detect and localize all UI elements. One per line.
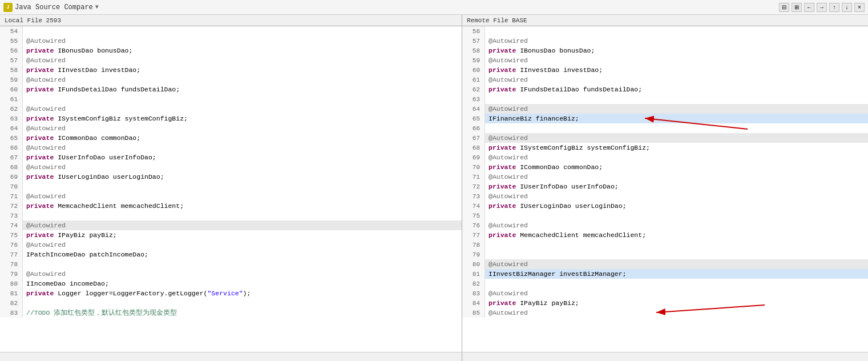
line-num: 73	[0, 211, 23, 220]
line-content: @Autowired	[485, 308, 868, 318]
right-panel[interactable]: 56 57 @Autowired 58 private IBonusDao bo…	[462, 26, 868, 352]
line-num: 67	[0, 153, 23, 162]
line-num: 76	[0, 240, 23, 250]
line-num: 65	[0, 133, 23, 143]
line-num: 65	[462, 114, 485, 123]
table-row: 79	[462, 250, 868, 259]
nav-up-btn[interactable]: ↑	[829, 3, 839, 12]
line-num: 70	[0, 182, 23, 191]
line-num: 62	[0, 104, 23, 114]
table-row: 68 private ISystemConfigBiz systemConfig…	[462, 143, 868, 153]
line-content: private ISystemConfigBiz systemConfigBiz…	[23, 114, 462, 123]
line-content: @Autowired	[485, 36, 868, 46]
title-bar-left: J Java Source Compare ▼	[3, 3, 99, 12]
title-bar: J Java Source Compare ▼ ⊟ ⊞ ← → ↑ ↓ ×	[0, 0, 868, 15]
left-scrollbar[interactable]	[0, 352, 462, 361]
table-row: 82	[0, 298, 462, 308]
line-num: 84	[462, 298, 485, 308]
file-headers: Local File 2593 Remote File BASE	[0, 15, 868, 26]
table-row: 64 @Autowired	[0, 123, 462, 133]
line-content: @Autowired	[485, 75, 868, 85]
table-row: 58 private IBonusDao bonusDao;	[462, 46, 868, 55]
line-num: 62	[462, 85, 485, 94]
table-row: 71 @Autowired	[462, 172, 868, 182]
line-content: IFinanceBiz financeBiz;	[485, 114, 868, 123]
line-content	[485, 26, 868, 36]
line-content	[23, 298, 462, 308]
table-row: 75 private IPayBiz payBiz;	[0, 230, 462, 240]
line-content: @Autowired	[23, 104, 462, 114]
line-num: 85	[462, 308, 485, 318]
line-content: @Autowired	[23, 143, 462, 153]
line-num: 79	[462, 250, 485, 259]
line-num: 81	[0, 288, 23, 298]
line-num: 78	[462, 240, 485, 250]
left-panel[interactable]: 54 55 @Autowired 56 private IBonusDao bo…	[0, 26, 462, 352]
line-num: 77	[462, 230, 485, 240]
line-content: private ISystemConfigBiz systemConfigBiz…	[485, 143, 868, 153]
java-icon: J	[3, 3, 13, 12]
line-content: private ICommonDao commonDao;	[485, 162, 868, 172]
table-row: 72 private MemcachedClient memcachedClie…	[0, 201, 462, 211]
table-row: 60 private IInvestDao investDao;	[462, 65, 868, 75]
line-num: 72	[462, 182, 485, 191]
table-row: 83 //TODO 添加红包类型，默认红包类型为现金类型	[0, 308, 462, 318]
table-row: 56 private IBonusDao bonusDao;	[0, 46, 462, 55]
line-num: 60	[0, 85, 23, 94]
table-row: 71 @Autowired	[0, 191, 462, 201]
line-content	[23, 94, 462, 104]
line-content: private IPayBiz payBiz;	[23, 230, 462, 240]
nav-second-btn[interactable]: ⊞	[792, 3, 802, 12]
line-num: 73	[462, 191, 485, 201]
line-num: 63	[0, 114, 23, 123]
table-row: 57 @Autowired	[462, 36, 868, 46]
line-num: 56	[0, 46, 23, 55]
table-row: 78	[462, 240, 868, 250]
left-code-area: 54 55 @Autowired 56 private IBonusDao bo…	[0, 26, 462, 352]
line-content: @Autowired	[23, 36, 462, 46]
line-num: 59	[462, 55, 485, 65]
line-num: 58	[0, 65, 23, 75]
line-num: 80	[0, 279, 23, 288]
line-content: @Autowired	[485, 153, 868, 162]
nav-right-btn[interactable]: →	[817, 3, 827, 12]
table-row: 69 private IUserLoginDao userLoginDao;	[0, 172, 462, 182]
table-row: 61 @Autowired	[462, 75, 868, 85]
line-num: 78	[0, 259, 23, 269]
line-num: 75	[0, 230, 23, 240]
close-btn[interactable]: ×	[854, 3, 865, 12]
table-row: 55 @Autowired	[0, 36, 462, 46]
dropdown-arrow[interactable]: ▼	[95, 4, 99, 10]
table-row: 62 private IFundsDetailDao fundsDetailDa…	[462, 85, 868, 94]
table-row: 67 @Autowired	[462, 133, 868, 143]
line-num: 67	[462, 133, 485, 143]
nav-left-btn[interactable]: ←	[804, 3, 814, 12]
line-num: 61	[0, 94, 23, 104]
line-content	[485, 279, 868, 288]
line-content: private IFundsDetailDao fundsDetailDao;	[23, 85, 462, 94]
line-content: private MemcachedClient memcachedClient;	[23, 201, 462, 211]
table-row: 66 @Autowired	[0, 143, 462, 153]
table-row: 73	[0, 211, 462, 220]
line-content: @Autowired	[23, 55, 462, 65]
line-num: 81	[462, 269, 485, 279]
title-bar-buttons: ⊟ ⊞ ← → ↑ ↓ ×	[779, 3, 865, 12]
table-row: 83 @Autowired	[462, 288, 868, 298]
line-content: @Autowired	[23, 269, 462, 279]
line-num: 66	[0, 143, 23, 153]
line-content: @Autowired	[485, 220, 868, 230]
line-num: 75	[462, 211, 485, 220]
line-content: private IUserInfoDao userInfoDao;	[23, 153, 462, 162]
line-content: @Autowired	[485, 172, 868, 182]
table-row: 67 private IUserInfoDao userInfoDao;	[0, 153, 462, 162]
table-row: 56	[462, 26, 868, 36]
nav-down-btn[interactable]: ↓	[842, 3, 852, 12]
line-num: 77	[0, 250, 23, 259]
right-scrollbar[interactable]	[462, 352, 868, 361]
table-row: 60 private IFundsDetailDao fundsDetailDa…	[0, 85, 462, 94]
nav-first-btn[interactable]: ⊟	[779, 3, 789, 12]
line-num: 80	[462, 259, 485, 269]
line-content: @Autowired	[23, 240, 462, 250]
table-row: 59 @Autowired	[462, 55, 868, 65]
line-num: 71	[0, 191, 23, 201]
